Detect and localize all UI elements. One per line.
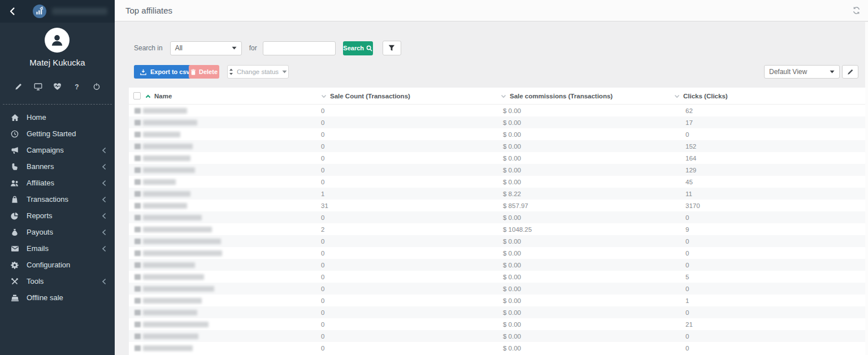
- redacted-affiliate-name: [134, 262, 195, 268]
- table-row[interactable]: 1$ 8.2211: [129, 188, 865, 200]
- column-header-sale-commissions-transactions[interactable]: Sale commissions (Transactions): [501, 88, 613, 105]
- view-select-value: Default View: [769, 68, 807, 76]
- sidebar-item-payouts[interactable]: Payouts: [0, 224, 115, 240]
- sort-down-icon: [674, 94, 680, 98]
- edit-view-button[interactable]: [842, 65, 858, 79]
- refresh-icon[interactable]: [852, 6, 861, 17]
- back-button[interactable]: [0, 0, 25, 23]
- monitor-icon[interactable]: [33, 81, 43, 91]
- sidebar-item-emails[interactable]: Emails: [0, 240, 115, 257]
- question-icon[interactable]: ?: [72, 81, 82, 91]
- home-icon: [10, 113, 19, 122]
- table-row[interactable]: 0$ 0.0017: [129, 116, 865, 128]
- change-status-button[interactable]: Change status: [227, 65, 289, 79]
- clicks-cell: 17: [685, 119, 693, 126]
- table-row[interactable]: 0$ 0.000: [129, 211, 865, 223]
- table-row[interactable]: 0$ 0.000: [129, 247, 865, 259]
- search-input[interactable]: [263, 41, 336, 55]
- redacted-affiliate-name: [134, 144, 193, 149]
- sidebar-item-affiliates[interactable]: Affiliates: [0, 175, 115, 191]
- sidebar-item-offline-sale[interactable]: Offline sale: [0, 289, 115, 306]
- hand-pointer-icon: [10, 162, 19, 171]
- table-row[interactable]: 0$ 0.001: [129, 295, 865, 306]
- chevron-left-icon: [102, 279, 106, 284]
- avatar[interactable]: [45, 28, 70, 53]
- redacted-affiliate-name: [134, 322, 209, 327]
- select-all-checkbox[interactable]: [133, 92, 141, 99]
- redacted-bar: [143, 155, 190, 161]
- sort-down-icon: [321, 94, 327, 98]
- sale-commissions-cell: $ 0.00: [503, 214, 521, 221]
- table-row[interactable]: 0$ 0.0062: [129, 105, 865, 116]
- delete-button[interactable]: Delete: [189, 65, 219, 79]
- sidebar-item-banners[interactable]: Banners: [0, 158, 115, 175]
- table-row[interactable]: 0$ 0.000: [129, 128, 865, 140]
- filter-button[interactable]: [383, 41, 401, 55]
- sidebar-item-configuration[interactable]: Configuration: [0, 257, 115, 273]
- table-row[interactable]: 0$ 0.000: [129, 259, 865, 271]
- trash-icon: [190, 69, 196, 75]
- search-icon: [366, 45, 372, 51]
- sidebar-item-reports[interactable]: Reports: [0, 207, 115, 224]
- sidebar-item-getting-started[interactable]: Getting Started: [0, 125, 115, 142]
- shopping-bag-icon: [10, 195, 19, 204]
- search-button[interactable]: Search: [343, 41, 373, 55]
- heart-pulse-icon[interactable]: [53, 81, 62, 91]
- sale-count-cell: 0: [321, 250, 324, 257]
- sidebar-item-campaigns[interactable]: Campaigns: [0, 142, 115, 158]
- redacted-chip: [134, 215, 141, 220]
- sidebar-item-label: Emails: [27, 244, 102, 253]
- pie-chart-icon: [10, 211, 19, 220]
- table-row[interactable]: 0$ 0.00164: [129, 152, 865, 164]
- table-row[interactable]: 0$ 0.000: [129, 306, 865, 318]
- app-logo-icon[interactable]: [33, 5, 46, 18]
- table-row[interactable]: 0$ 0.000: [129, 283, 865, 295]
- redacted-bar: [143, 334, 198, 339]
- view-select[interactable]: Default View: [764, 65, 840, 79]
- chevron-left-icon: [102, 164, 106, 170]
- column-header-clicks-clicks[interactable]: Clicks (Clicks): [674, 88, 728, 105]
- column-header-sale-count-transactions[interactable]: Sale Count (Transactions): [321, 88, 410, 105]
- redacted-affiliate-name: [134, 298, 202, 304]
- pencil-icon[interactable]: [14, 81, 23, 91]
- clicks-cell: 5: [685, 274, 689, 280]
- sale-commissions-cell: $ 0.00: [503, 131, 521, 138]
- power-icon[interactable]: [92, 81, 101, 91]
- table-row[interactable]: 31$ 857.973170: [129, 200, 865, 211]
- clicks-cell: 62: [685, 107, 693, 114]
- sort-updown-icon: [229, 68, 233, 75]
- sidebar-item-transactions[interactable]: Transactions: [0, 191, 115, 207]
- table-row[interactable]: 0$ 0.000: [129, 235, 865, 247]
- search-in-select[interactable]: All: [170, 41, 242, 55]
- redacted-chip: [134, 144, 141, 149]
- column-label: Sale Count (Transactions): [330, 93, 410, 99]
- funnel-icon: [388, 45, 395, 51]
- column-header-name[interactable]: Name: [145, 88, 172, 105]
- chevron-left-icon: [102, 230, 106, 235]
- sidebar-item-tools[interactable]: Tools: [0, 273, 115, 289]
- export-csv-button[interactable]: Export to csv: [134, 65, 196, 79]
- sale-count-cell: 2: [321, 226, 324, 233]
- redacted-affiliate-name: [134, 155, 190, 161]
- table-row[interactable]: 0$ 0.000: [129, 342, 865, 354]
- quick-actions: ?: [0, 81, 115, 91]
- table-row[interactable]: 0$ 0.0021: [129, 318, 865, 330]
- table-row[interactable]: 0$ 0.000: [129, 330, 865, 342]
- scrollbar-track[interactable]: [865, 22, 868, 355]
- table-row[interactable]: 0$ 0.005: [129, 271, 865, 283]
- affiliates-table: NameSale Count (Transactions)Sale commis…: [129, 88, 865, 355]
- table-row[interactable]: 0$ 0.0045: [129, 176, 865, 188]
- sidebar-item-home[interactable]: Home: [0, 109, 115, 125]
- chevron-left-icon: [102, 197, 106, 202]
- redacted-chip: [134, 310, 141, 315]
- cash-register-icon: [10, 293, 19, 302]
- page-title: Top affiliates: [125, 6, 172, 15]
- sidebar-item-label: Banners: [27, 162, 102, 171]
- table-row[interactable]: 0$ 0.00152: [129, 140, 865, 152]
- table-row[interactable]: 0$ 0.00129: [129, 164, 865, 176]
- redacted-bar: [143, 144, 193, 149]
- column-label: Sale commissions (Transactions): [510, 93, 613, 99]
- table-row[interactable]: 2$ 1048.259: [129, 223, 865, 235]
- sort-down-icon: [501, 94, 506, 98]
- redacted-bar: [143, 274, 204, 280]
